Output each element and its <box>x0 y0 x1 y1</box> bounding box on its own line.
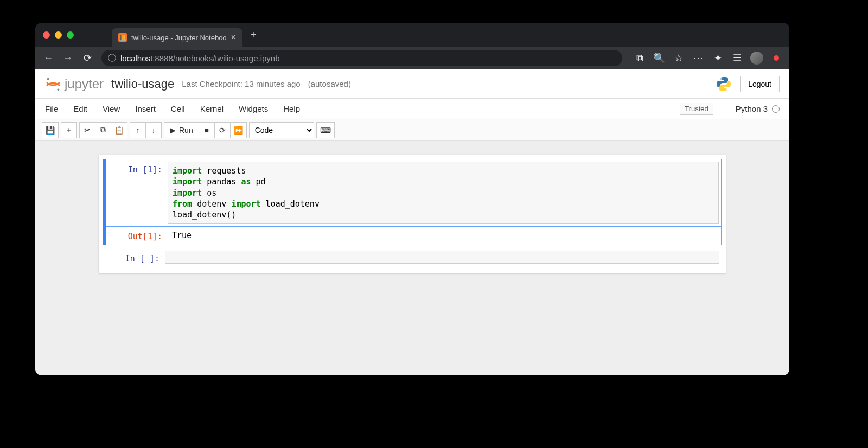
scissors-icon: ✂ <box>84 126 91 135</box>
cut-button[interactable]: ✂ <box>79 122 95 138</box>
notebook-header: jupyter twilio-usage Last Checkpoint: 13… <box>35 69 789 99</box>
save-icon: 💾 <box>46 126 55 135</box>
more-icon[interactable]: ⋯ <box>690 49 707 67</box>
command-palette-button[interactable]: ⌨ <box>316 122 335 138</box>
python-icon <box>715 75 732 93</box>
menu-insert[interactable]: Insert <box>135 104 156 113</box>
interrupt-button[interactable]: ■ <box>199 122 215 138</box>
kernel-name-text: Python 3 <box>736 104 768 113</box>
jupyter-logo-text: jupyter <box>65 76 104 92</box>
keyboard-icon: ⌨ <box>320 126 331 135</box>
reading-list-icon[interactable]: ☰ <box>729 49 746 67</box>
titlebar: 📙 twilio-usage - Jupyter Noteboo × + <box>35 23 789 47</box>
address-bar: ← → ⟳ ⓘ localhost:8888/notebooks/twilio-… <box>35 47 789 69</box>
menu-file[interactable]: File <box>45 104 58 113</box>
save-button[interactable]: 💾 <box>42 122 59 138</box>
stop-icon: ■ <box>204 126 208 135</box>
checkpoint-text: Last Checkpoint: 13 minutes ago <box>182 79 300 88</box>
menu-view[interactable]: View <box>103 104 120 113</box>
code-input[interactable] <box>165 251 719 264</box>
out-prompt: Out[1]: <box>108 228 168 242</box>
menu-help[interactable]: Help <box>283 104 300 113</box>
maximize-window-button[interactable] <box>67 31 74 39</box>
code-cell[interactable]: In [ ]: <box>103 248 722 266</box>
move-up-button[interactable]: ↑ <box>130 122 146 138</box>
info-icon: ⓘ <box>108 53 116 63</box>
minimize-window-button[interactable] <box>55 31 62 39</box>
insert-cell-button[interactable]: ＋ <box>61 122 77 138</box>
jupyter-logo[interactable]: jupyter <box>45 76 104 92</box>
copy-button[interactable]: ⧉ <box>95 122 111 138</box>
back-button[interactable]: ← <box>40 49 57 67</box>
paste-icon: 📋 <box>114 126 124 135</box>
code-input[interactable]: import requests import pandas as pd impo… <box>168 162 719 224</box>
jupyter-page: jupyter twilio-usage Last Checkpoint: 13… <box>35 69 789 375</box>
plus-icon: ＋ <box>65 125 73 135</box>
trusted-indicator[interactable]: Trusted <box>680 103 713 115</box>
restart-run-all-button[interactable]: ⏩ <box>230 122 247 138</box>
copy-icon: ⧉ <box>100 125 106 135</box>
zoom-icon[interactable]: 🔍 <box>650 49 668 67</box>
new-tab-button[interactable]: + <box>250 29 257 41</box>
reload-button[interactable]: ⟳ <box>79 49 96 67</box>
browser-tab[interactable]: 📙 twilio-usage - Jupyter Noteboo × <box>112 28 242 47</box>
menu-widgets[interactable]: Widgets <box>239 104 268 113</box>
paste-button[interactable]: 📋 <box>111 122 127 138</box>
url-input[interactable]: ⓘ localhost:8888/notebooks/twilio-usage.… <box>101 50 622 66</box>
notebook-cells: In [1]: import requests import pandas as… <box>99 155 726 273</box>
svg-point-2 <box>720 78 722 80</box>
output-row: Out[1]: True <box>103 226 722 245</box>
menu-kernel[interactable]: Kernel <box>200 104 224 113</box>
url-path: :8888/notebooks/twilio-usage.ipynb <box>152 54 279 63</box>
play-icon: ▶ <box>170 126 176 135</box>
cell-output: True <box>168 228 719 242</box>
kernel-indicator[interactable]: Python 3 <box>729 104 780 113</box>
restart-icon: ⟳ <box>219 126 226 135</box>
forward-button[interactable]: → <box>59 49 76 67</box>
tab-title: twilio-usage - Jupyter Noteboo <box>131 34 227 42</box>
run-button[interactable]: ▶Run <box>164 122 199 138</box>
extensions-icon[interactable]: ✦ <box>709 49 726 67</box>
arrow-down-icon: ↓ <box>152 126 156 135</box>
cell-type-select[interactable]: Code <box>249 122 314 138</box>
profile-avatar[interactable] <box>748 49 765 67</box>
device-icon[interactable]: ⧉ <box>631 49 648 67</box>
jupyter-logo-icon <box>45 76 61 92</box>
move-down-button[interactable]: ↓ <box>145 122 162 138</box>
restart-button[interactable]: ⟳ <box>214 122 231 138</box>
fast-forward-icon: ⏩ <box>234 126 243 135</box>
svg-point-0 <box>47 78 49 80</box>
logout-button[interactable]: Logout <box>740 76 780 92</box>
notebook-area: In [1]: import requests import pandas as… <box>35 141 789 375</box>
browser-window: 📙 twilio-usage - Jupyter Noteboo × + ← →… <box>35 23 789 375</box>
svg-point-1 <box>58 88 60 91</box>
recording-icon[interactable] <box>768 49 785 67</box>
kernel-idle-icon <box>772 105 780 113</box>
close-window-button[interactable] <box>43 31 50 39</box>
close-tab-icon[interactable]: × <box>231 33 236 42</box>
in-prompt: In [1]: <box>108 162 168 224</box>
arrow-up-icon: ↑ <box>136 126 140 135</box>
menu-edit[interactable]: Edit <box>73 104 87 113</box>
autosave-text: (autosaved) <box>308 79 351 88</box>
url-host: localhost <box>120 54 152 63</box>
notebook-icon: 📙 <box>118 33 127 42</box>
toolbar: 💾 ＋ ✂ ⧉ 📋 ↑ ↓ ▶Run ■ ⟳ ⏩ Code ⌨ <box>35 119 789 141</box>
menu-cell[interactable]: Cell <box>171 104 185 113</box>
window-controls <box>43 31 74 39</box>
svg-point-3 <box>726 88 727 90</box>
in-prompt: In [ ]: <box>105 251 165 264</box>
run-label: Run <box>179 126 193 135</box>
menu-bar: File Edit View Insert Cell Kernel Widget… <box>35 99 789 119</box>
code-cell[interactable]: In [1]: import requests import pandas as… <box>103 159 722 227</box>
notebook-title[interactable]: twilio-usage <box>111 77 174 91</box>
bookmark-icon[interactable]: ☆ <box>670 49 687 67</box>
